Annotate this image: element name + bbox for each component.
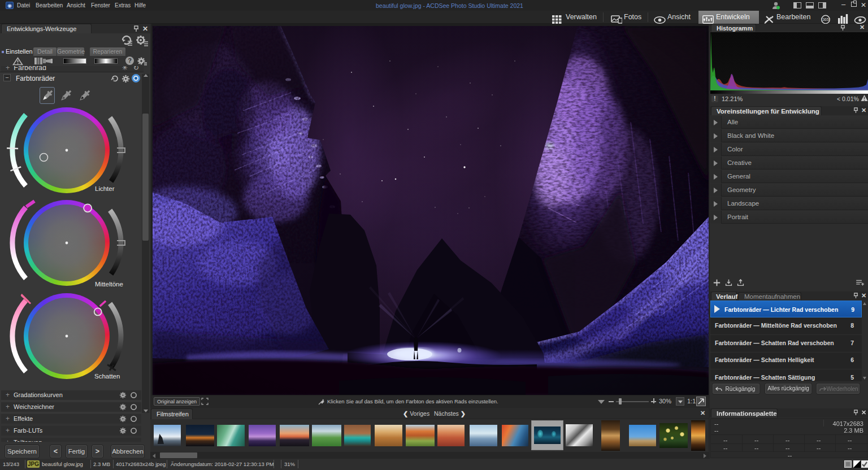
svg-text:365: 365 bbox=[822, 18, 829, 21]
